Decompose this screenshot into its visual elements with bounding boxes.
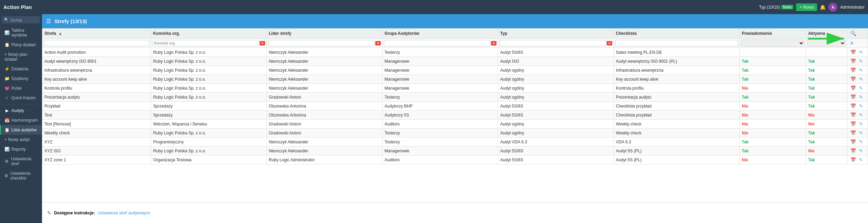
calendar-button[interactable]: 📅 — [849, 67, 857, 73]
cell-actions: 📅 ✎ — [847, 129, 868, 138]
cell-aktywna: Tak — [806, 138, 847, 146]
edit-button[interactable]: ✎ — [858, 121, 864, 127]
filter-checklista[interactable] — [614, 39, 740, 48]
cell-actions: 📅 ✎ — [847, 48, 868, 57]
sidebar-item-label: Harmonogram — [11, 118, 38, 123]
clear-komorka-button[interactable]: ✕ — [260, 41, 265, 45]
filter-typ[interactable]: ✕ — [498, 39, 614, 48]
sidebar-item-label: + Nowy plan działań — [4, 52, 39, 62]
calendar-button[interactable]: 📅 — [849, 94, 857, 100]
edit-button[interactable]: ✎ — [858, 103, 864, 109]
edit-button[interactable]: ✎ — [858, 130, 864, 136]
clear-lider-button[interactable]: ✕ — [375, 41, 381, 45]
sidebar-item-label: Tablica wyników — [11, 28, 39, 38]
calendar-button[interactable]: 📅 — [849, 85, 857, 91]
filter-komorka-input[interactable] — [153, 40, 259, 46]
cell-powiadomienie: Nie — [740, 102, 806, 111]
calendar-button[interactable]: 📅 — [849, 139, 857, 145]
filter-grupa[interactable]: ✕ — [382, 39, 498, 48]
calendar-button[interactable]: 📅 — [849, 121, 857, 127]
sidebar-item-quick-kaizen[interactable]: ✓ Quick Kaizen — [0, 93, 42, 103]
col-header-aktywna[interactable]: Aktywna — [806, 29, 847, 39]
col-header-komorka[interactable]: Komórka org. — [151, 29, 266, 39]
cell-strefa: Key account keep alive — [42, 75, 151, 84]
bell-icon[interactable]: 🔔 — [820, 4, 826, 10]
sidebar-item-ustawienia-stref[interactable]: ⚙ Ustawienia stref — [0, 154, 42, 169]
sidebar-item-lista-audytow[interactable]: 📋 Lista audytów — [0, 125, 42, 135]
col-header-typ[interactable]: Typ — [498, 29, 614, 39]
filter-powiadomienie-select[interactable]: Tak Nie — [741, 40, 804, 47]
sidebar-item-pulse[interactable]: 💓 Pulse — [0, 83, 42, 93]
col-header-powiadomienie[interactable]: Powiadomienie — [740, 29, 806, 39]
cell-komorka: Ruby Logic Polska Sp. z o.o. — [151, 146, 266, 155]
col-header-lider[interactable]: Lider strefy — [266, 29, 382, 39]
edit-button[interactable]: ✎ — [858, 157, 864, 163]
col-header-grupa[interactable]: Grupa Audytorów — [382, 29, 498, 39]
sidebar-item-ustawienia-checklist[interactable]: ⚙ Ustawienia checklist — [0, 169, 42, 183]
filter-aktywna-select[interactable]: Tak Nie — [807, 40, 846, 47]
cell-typ: Audyt 5S/6S — [498, 111, 614, 120]
typ-badge[interactable]: Typ (10/10) Nowy — [759, 5, 794, 10]
search-input[interactable] — [10, 18, 38, 22]
cell-actions: 📅 ✎ — [847, 138, 868, 146]
filter-row: ✕ ✕ — [42, 39, 868, 48]
filter-strefa[interactable] — [42, 39, 151, 48]
avatar[interactable]: A — [828, 3, 837, 12]
calendar-button[interactable]: 📅 — [849, 148, 857, 154]
edit-button[interactable]: ✎ — [858, 58, 864, 64]
clear-all-button[interactable]: ✕ — [849, 40, 855, 46]
edit-button[interactable]: ✎ — [858, 112, 864, 118]
filter-lider[interactable]: ✕ — [266, 39, 382, 48]
filter-strefa-input[interactable] — [44, 40, 149, 46]
filter-komorka[interactable]: ✕ — [151, 39, 266, 48]
nowa-button[interactable]: + Nowa — [796, 3, 817, 11]
sidebar-item-tablica-wynikow[interactable]: 📊 Tablica wyników — [0, 26, 42, 40]
edit-button[interactable]: ✎ — [858, 85, 864, 91]
sidebar-item-nowy-audyt[interactable]: + Nowy audyt — [0, 135, 42, 144]
filter-typ-input[interactable] — [500, 40, 606, 46]
calendar-button[interactable]: 📅 — [849, 76, 857, 82]
edit-button[interactable]: ✎ — [858, 49, 864, 55]
filter-aktywna[interactable]: Tak Nie — [806, 39, 847, 48]
calendar-button[interactable]: 📅 — [849, 130, 857, 136]
sidebar-item-dzialania[interactable]: ⚡ Działania — [0, 64, 42, 74]
cell-checklista: Infrastruktura wewnętrzna — [614, 66, 740, 75]
edit-button[interactable]: ✎ — [858, 148, 864, 154]
cell-strefa: Test [Remove] — [42, 120, 151, 129]
page-layout: 🔍 📊 Tablica wyników 📋 Plany działań + No… — [0, 14, 868, 223]
clear-typ-button[interactable]: ✕ — [607, 41, 612, 45]
instruction-link[interactable]: Ustawienia stref audytowych — [98, 211, 150, 215]
cell-strefa: Action Audit promotion — [42, 48, 151, 57]
calendar-button[interactable]: 📅 — [849, 58, 857, 64]
edit-button[interactable]: ✎ — [858, 94, 864, 100]
sidebar-search-wrap[interactable]: 🔍 — [2, 16, 40, 23]
sidebar-item-nowy-plan[interactable]: + Nowy plan działań — [0, 50, 42, 64]
filter-grupa-input[interactable] — [384, 40, 490, 46]
table-container: Strefa ▲ Komórka org. Lider strefy Grupa… — [42, 28, 868, 202]
filter-lider-input[interactable] — [268, 40, 375, 46]
filter-powiadomienie[interactable]: Tak Nie — [740, 39, 806, 48]
edit-button[interactable]: ✎ — [858, 67, 864, 73]
cell-grupa: Managerowie — [382, 66, 498, 75]
clear-grupa-button[interactable]: ✕ — [491, 41, 496, 45]
col-header-strefa[interactable]: Strefa ▲ — [42, 29, 151, 39]
sidebar-item-raporty[interactable]: 📊 Raporty — [0, 144, 42, 154]
edit-button[interactable]: ✎ — [858, 76, 864, 82]
hamburger-icon[interactable]: ☰ — [46, 18, 51, 24]
cell-komorka: Ruby Logic Polska Sp. z o.o. — [151, 93, 266, 102]
calendar-button[interactable]: 📅 — [849, 157, 857, 163]
cell-typ: Audyt 5S/6S — [498, 48, 614, 57]
col-header-checklista[interactable]: Checklista — [614, 29, 740, 39]
sidebar-item-szablony[interactable]: 📁 Szablony — [0, 74, 42, 83]
filter-checklista-input[interactable] — [615, 40, 738, 46]
edit-button[interactable]: ✎ — [858, 139, 864, 145]
cell-aktywna: Nie — [806, 111, 847, 120]
calendar-button[interactable]: 📅 — [849, 112, 857, 118]
search-table-button[interactable]: 🔍 — [849, 30, 857, 37]
calendar-button[interactable]: 📅 — [849, 49, 857, 55]
calendar-button[interactable]: 📅 — [849, 103, 857, 109]
sidebar-item-label: Ustawienia checklist — [10, 171, 39, 181]
sidebar-item-plany-dzialan[interactable]: 📋 Plany działań — [0, 40, 42, 50]
sidebar-item-audyty[interactable]: ▶ Audyty — [0, 106, 42, 115]
sidebar-item-harmonogram[interactable]: 📅 Harmonogram — [0, 115, 42, 125]
